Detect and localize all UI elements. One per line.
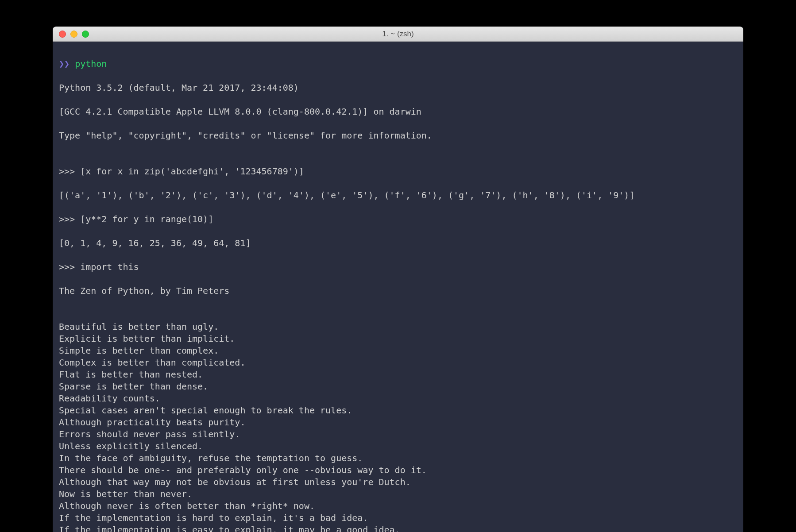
zen-line: Sparse is better than dense. <box>59 381 737 393</box>
python-banner-line: Type "help", "copyright", "credits" or "… <box>59 130 737 142</box>
repl-output-line: [0, 1, 4, 9, 16, 25, 36, 49, 64, 81] <box>59 237 737 249</box>
zen-line: Errors should never pass silently. <box>59 428 737 440</box>
zen-lines: Beautiful is better than ugly.Explicit i… <box>59 321 737 532</box>
repl-input-line: >>> import this <box>59 261 737 273</box>
zen-line: Although never is often better than *rig… <box>59 500 737 512</box>
python-banner-line: Python 3.5.2 (default, Mar 21 2017, 23:4… <box>59 82 737 94</box>
zen-line: Simple is better than complex. <box>59 345 737 357</box>
zen-line: Although that way may not be obvious at … <box>59 476 737 488</box>
zen-line: Explicit is better than implicit. <box>59 333 737 345</box>
prompt-symbol: ❯❯ <box>59 58 70 69</box>
zen-line: If the implementation is hard to explain… <box>59 512 737 524</box>
terminal-body[interactable]: ❯❯ python Python 3.5.2 (default, Mar 21 … <box>53 42 743 532</box>
window-titlebar[interactable]: 1. ~ (zsh) <box>53 27 743 42</box>
zen-line: Beautiful is better than ugly. <box>59 321 737 333</box>
shell-prompt-line: ❯❯ python <box>59 58 737 70</box>
zen-line: Complex is better than complicated. <box>59 357 737 369</box>
zen-line: If the implementation is easy to explain… <box>59 524 737 532</box>
zen-line: Readability counts. <box>59 393 737 405</box>
zen-line: Special cases aren't special enough to b… <box>59 405 737 416</box>
zen-title-line: The Zen of Python, by Tim Peters <box>59 285 737 297</box>
zen-line: Now is better than never. <box>59 488 737 500</box>
zen-line: In the face of ambiguity, refuse the tem… <box>59 452 737 464</box>
minimize-icon[interactable] <box>70 31 77 38</box>
zoom-icon[interactable] <box>82 31 89 38</box>
terminal-window: 1. ~ (zsh) ❯❯ python Python 3.5.2 (defau… <box>53 27 743 532</box>
repl-input-line: >>> [y**2 for y in range(10)] <box>59 213 737 225</box>
traffic-lights <box>53 31 89 38</box>
zen-line: Flat is better than nested. <box>59 369 737 381</box>
zen-line: Unless explicitly silenced. <box>59 440 737 452</box>
shell-command: python <box>75 58 107 69</box>
window-title: 1. ~ (zsh) <box>53 30 743 39</box>
zen-line: There should be one-- and preferably onl… <box>59 464 737 476</box>
close-icon[interactable] <box>59 31 66 38</box>
repl-input-line: >>> [x for x in zip('abcdefghi', '123456… <box>59 166 737 177</box>
python-banner-line: [GCC 4.2.1 Compatible Apple LLVM 8.0.0 (… <box>59 106 737 118</box>
repl-output-line: [('a', '1'), ('b', '2'), ('c', '3'), ('d… <box>59 189 737 201</box>
zen-line: Although practicality beats purity. <box>59 416 737 428</box>
